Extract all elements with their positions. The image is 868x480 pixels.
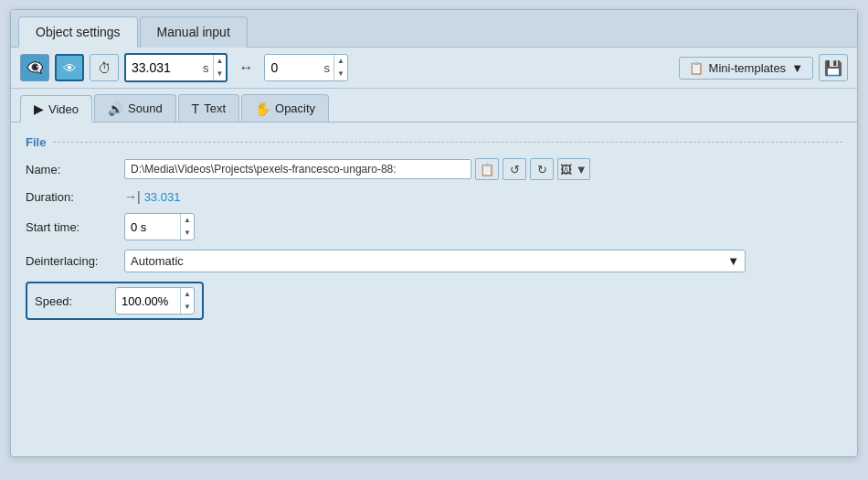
file-menu-icon: 🖼 ▼: [560, 163, 587, 176]
start-time-input[interactable]: [125, 218, 180, 237]
start-time-down-arrow[interactable]: ▼: [181, 227, 194, 240]
speed-row-container: Speed: ▲ ▼: [26, 282, 204, 320]
text-tab-icon: T: [192, 101, 200, 116]
save-button[interactable]: 💾: [819, 54, 848, 81]
mini-templates-arrow-icon: ▼: [791, 61, 803, 75]
duration-spinner: s ▲ ▼: [124, 53, 228, 82]
reset-icon: ↻: [537, 163, 547, 176]
speed-down-arrow[interactable]: ▼: [181, 301, 194, 314]
duration-field-row: Duration: →| 33.031: [26, 189, 842, 204]
main-window: Object settings Manual input 👁‍🗨 👁 ⏱ s ▲…: [10, 9, 858, 457]
file-menu-button[interactable]: 🖼 ▼: [557, 158, 590, 180]
file-icon: 📋: [480, 163, 494, 176]
name-label: Name:: [26, 163, 117, 176]
tab-opacity[interactable]: ✋ Opacity: [241, 94, 329, 122]
file-browse-button[interactable]: 📋: [475, 158, 499, 180]
file-section-title: File: [26, 135, 842, 149]
mini-templates-label: Mini-templates: [709, 61, 787, 75]
save-icon: 💾: [824, 59, 842, 77]
opacity-tab-icon: ✋: [255, 101, 270, 116]
transform-icon[interactable]: ↔: [233, 55, 259, 80]
duration-label: Duration:: [26, 190, 117, 204]
offset-unit: s: [320, 61, 333, 75]
tab-object-settings[interactable]: Object settings: [18, 16, 138, 48]
offset-up-arrow[interactable]: ▲: [334, 55, 347, 68]
duration-display: 33.031: [144, 190, 181, 204]
duration-value: →| 33.031: [124, 189, 180, 204]
reload-icon: ↺: [510, 163, 520, 176]
content-area: File Name: 📋 ↺ ↻ 🖼 ▼ Dur: [11, 123, 857, 342]
tab-sound[interactable]: 🔊 Sound: [94, 94, 176, 122]
name-input[interactable]: [124, 159, 471, 179]
start-time-arrows: ▲ ▼: [180, 214, 194, 240]
start-time-up-arrow[interactable]: ▲: [181, 214, 194, 227]
video-tab-icon: ▶: [34, 101, 44, 116]
duration-input[interactable]: [126, 57, 199, 79]
mini-templates-button[interactable]: 📋 Mini-templates ▼: [679, 57, 813, 80]
duration-down-arrow[interactable]: ▼: [214, 68, 227, 80]
speed-up-arrow[interactable]: ▲: [181, 288, 194, 301]
file-reset-button[interactable]: ↻: [530, 158, 554, 180]
offset-arrows: ▲ ▼: [333, 55, 347, 80]
start-time-spinner: ▲ ▼: [124, 213, 195, 240]
speed-field-row: Speed: ▲ ▼: [26, 282, 842, 320]
offset-spinner: s ▲ ▼: [264, 54, 347, 81]
duration-up-arrow[interactable]: ▲: [214, 55, 227, 68]
speed-arrows: ▲ ▼: [180, 288, 194, 314]
tab-text[interactable]: T Text: [178, 94, 239, 122]
clock-button[interactable]: ⏱: [90, 54, 119, 81]
file-reload-button[interactable]: ↺: [503, 158, 526, 180]
deinterlacing-label: Deinterlacing:: [26, 254, 117, 268]
tab-video[interactable]: ▶ Video: [20, 95, 92, 123]
deinterlacing-value: Automatic: [131, 254, 184, 268]
sound-tab-label: Sound: [128, 101, 163, 115]
start-time-label: Start time:: [26, 220, 117, 234]
show-object-button[interactable]: 👁: [55, 54, 84, 81]
deinterlacing-arrow-icon: ▼: [727, 254, 739, 268]
secondary-tab-bar: ▶ Video 🔊 Sound T Text ✋ Opacity: [11, 89, 857, 123]
offset-down-arrow[interactable]: ▼: [334, 68, 347, 80]
name-field-value: 📋 ↺ ↻ 🖼 ▼: [124, 158, 590, 180]
opacity-tab-label: Opacity: [275, 101, 315, 115]
speed-spinner: ▲ ▼: [115, 287, 195, 315]
name-field-row: Name: 📋 ↺ ↻ 🖼 ▼: [26, 158, 842, 180]
duration-unit: s: [199, 61, 213, 75]
text-tab-label: Text: [204, 101, 226, 115]
deinterlacing-field-row: Deinterlacing: Automatic ▼: [26, 250, 842, 272]
start-time-field-row: Start time: ▲ ▼: [26, 213, 842, 240]
toolbar: 👁‍🗨 👁 ⏱ s ▲ ▼ ↔ s ▲ ▼: [11, 48, 857, 89]
speed-input[interactable]: [116, 292, 180, 311]
sound-tab-icon: 🔊: [108, 101, 123, 116]
hide-object-button[interactable]: 👁‍🗨: [20, 54, 49, 81]
eye-icon: 👁: [63, 60, 77, 76]
top-tab-bar: Object settings Manual input: [11, 10, 857, 48]
deinterlacing-select[interactable]: Automatic ▼: [124, 250, 746, 272]
duration-arrows: ▲ ▼: [213, 55, 227, 80]
hide-icon: 👁‍🗨: [26, 59, 44, 76]
clock-icon: ⏱: [98, 60, 111, 76]
speed-label: Speed:: [35, 294, 108, 308]
duration-arrow-icon: →|: [124, 189, 141, 204]
tab-manual-input[interactable]: Manual input: [140, 16, 248, 48]
video-tab-label: Video: [48, 102, 79, 116]
mini-templates-icon: 📋: [689, 61, 704, 75]
offset-input[interactable]: [265, 57, 320, 79]
